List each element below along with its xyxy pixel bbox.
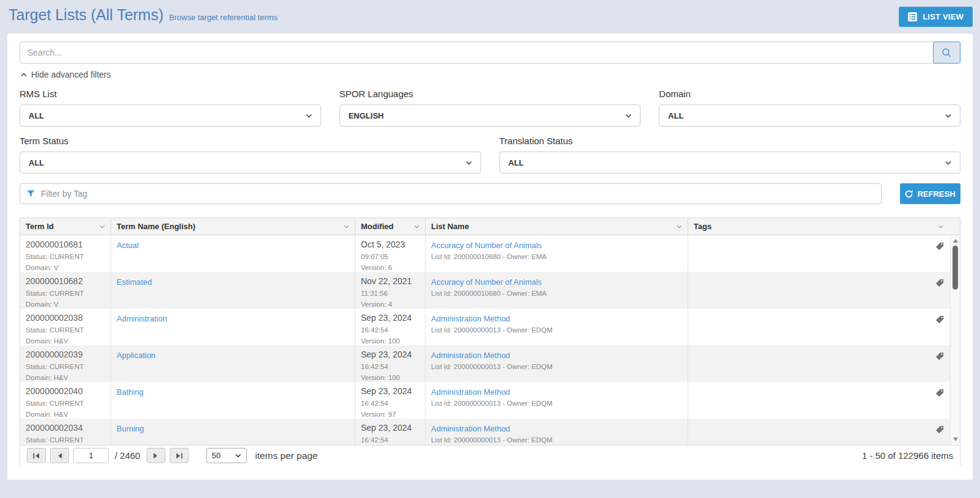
term-status-label: Term Status [20,136,481,146]
modified-time: 16:42:54 [361,362,419,373]
column-menu-chevron-icon[interactable] [938,225,943,229]
list-name-link[interactable]: Administration Method [431,351,510,360]
domain-value: ALL [668,111,683,120]
term-name-link[interactable]: Actual [117,241,139,250]
pager: / 2460 50 items per page 1 - 50 of 12296… [20,445,960,466]
term-name-cell: Estimated [111,272,355,309]
hide-advanced-filters-toggle[interactable]: Hide advanced filters [21,70,111,79]
list-name-cell: Accuracy of Number of Animals List Id: 2… [426,235,688,272]
page-size-value: 50 [212,451,220,460]
filter-row-2: Term Status ALL Translation Status ALL [20,136,960,174]
column-header-term-name[interactable]: Term Name (English) [111,218,355,235]
term-name-link[interactable]: Application [117,351,156,360]
column-header-modified[interactable]: Modified [355,218,426,235]
term-name-link[interactable]: Estimated [117,277,152,287]
list-view-label: LIST VIEW [923,12,964,21]
column-header-list-name[interactable]: List Name [426,218,688,235]
term-status: Status: CURRENT [26,252,105,263]
next-page-button[interactable] [147,448,165,463]
refresh-button[interactable]: REFRESH [900,183,960,204]
list-name-cell: Administration Method List Id: 200000000… [426,419,688,445]
rms-list-value: ALL [29,111,44,120]
translation-status-select[interactable]: ALL [499,152,961,174]
list-name-cell: Administration Method List Id: 200000000… [426,345,688,382]
tag-filter-input[interactable] [40,188,874,199]
translation-status-value: ALL [509,158,524,167]
list-name-link[interactable]: Administration Method [431,424,510,433]
tag-icon[interactable] [935,279,944,287]
items-range-label: 1 - 50 of 122966 items [862,450,953,461]
scrollbar-up-arrow[interactable] [951,236,960,245]
list-view-button[interactable]: LIST VIEW [899,7,973,27]
term-id-cell: 200000002034 Status: CURRENT [20,419,111,445]
spor-languages-value: ENGLISH [349,111,384,120]
column-label: Modified [361,222,393,231]
scrollbar-down-arrow[interactable] [951,435,960,444]
column-label: Term Id [26,222,54,231]
term-status: Status: CURRENT [26,398,105,409]
chevron-down-icon [945,161,951,165]
column-label: List Name [431,222,469,231]
term-status-select[interactable]: ALL [20,152,481,174]
column-menu-chevron-icon[interactable] [344,225,349,229]
column-header-term-id[interactable]: Term Id [20,218,111,235]
term-id-cell: 200000002040 Status: CURRENT Domain: H&V [20,382,111,419]
table-scrollbar[interactable] [950,235,960,445]
column-menu-chevron-icon[interactable] [414,225,419,229]
tags-cell [688,382,960,419]
list-name-link[interactable]: Accuracy of Number of Animals [431,241,542,250]
list-name-link[interactable]: Administration Method [431,387,510,397]
page-number-input[interactable] [73,448,109,463]
term-id: 200000002040 [26,386,105,396]
tag-icon[interactable] [935,242,944,251]
table-row: 200000002040 Status: CURRENT Domain: H&V… [20,382,960,419]
list-name-link[interactable]: Administration Method [431,314,510,323]
filter-row-1: RMS List ALL SPOR Languages ENGLISH Doma… [20,89,960,126]
rms-list-select[interactable]: ALL [20,104,321,126]
term-id-cell: 200000010681 Status: CURRENT Domain: V [20,235,111,272]
refresh-label: REFRESH [917,189,955,199]
table-row: 200000010681 Status: CURRENT Domain: V A… [20,235,960,272]
term-id-cell: 200000002038 Status: CURRENT Domain: H&V [20,309,111,345]
term-name-cell: Bathing [111,382,355,419]
term-status-field: Term Status ALL [20,136,481,174]
modified-date: Sep 23, 2024 [361,313,419,323]
tag-icon[interactable] [935,315,944,324]
list-meta: List Id: 200000000013 - Owner: EDQM [431,362,682,373]
modified-cell: Sep 23, 2024 16:42:54 Version: 100 [355,345,426,382]
funnel-icon [27,190,35,197]
modified-cell: Sep 23, 2024 16:42:54 Version: 97 [355,382,426,419]
modified-time: 09:07:05 [361,252,419,263]
column-menu-chevron-icon[interactable] [677,225,682,229]
term-name-link[interactable]: Burning [117,424,144,433]
search-input[interactable] [20,42,960,64]
modified-date: Oct 5, 2023 [361,240,419,249]
term-status-value: ALL [29,158,44,167]
domain-field: Domain ALL [659,89,960,126]
rms-list-label: RMS List [20,89,321,99]
column-header-tags[interactable]: Tags [688,218,960,235]
modified-cell: Sep 23, 2024 16:42:54 Version: 100 [355,309,426,345]
tags-cell [688,235,960,272]
list-meta: List Id: 200000000013 - Owner: EDQM [431,398,682,409]
last-page-button[interactable] [170,448,189,463]
terms-table: Term Id Term Name (English) Modified Lis… [20,218,960,466]
column-menu-chevron-icon[interactable] [100,225,105,229]
page-size-select[interactable]: 50 [206,448,247,463]
domain-select[interactable]: ALL [659,104,960,126]
tag-icon[interactable] [935,389,944,397]
term-name-link[interactable]: Administration [117,314,167,323]
spor-languages-select[interactable]: ENGLISH [339,104,641,126]
search-button[interactable] [933,42,960,64]
tag-icon[interactable] [935,352,944,361]
previous-page-button[interactable] [50,448,69,463]
scrollbar-thumb[interactable] [953,246,958,290]
tag-icon[interactable] [935,425,944,434]
term-name-cell: Application [111,345,355,382]
modified-cell: Nov 22, 2021 11:31:56 Version: 4 [355,272,426,309]
modified-cell: Sep 23, 2024 16:42:54 [355,419,426,445]
first-page-button[interactable] [27,448,46,463]
tags-cell [688,309,960,345]
list-name-link[interactable]: Accuracy of Number of Animals [431,277,542,287]
term-name-link[interactable]: Bathing [117,387,143,397]
